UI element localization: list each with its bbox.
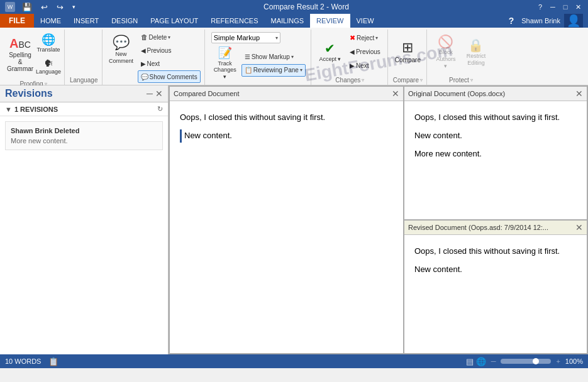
main-area: Revisions ─ ✕ ▼ 1 REVISIONS ↻ Shawn Brin… (0, 85, 588, 354)
translate-button[interactable]: 🌐 Translate (36, 31, 60, 55)
menu-home[interactable]: HOME (34, 14, 67, 28)
word-count: 10 WORDS (5, 357, 41, 365)
zoom-slider[interactable] (501, 359, 551, 364)
spelling-grammar-button[interactable]: ABC Spelling &Grammar (6, 35, 34, 73)
next-icon: ▶ (141, 60, 146, 67)
help-icon[interactable]: ? (505, 16, 518, 26)
title-bar: W 💾 ↩ ↪ ▾ Compare Result 2 - Word ? ─ □ … (0, 0, 588, 14)
menu-view[interactable]: VIEW (350, 14, 380, 28)
status-left: 10 WORDS 📋 (5, 357, 58, 366)
zoom-level: 100% (565, 357, 583, 365)
original-doc-close[interactable]: ✕ (575, 89, 583, 99)
original-doc-header: Original Document (Oops.docx) ✕ (404, 87, 587, 101)
translate-icon: 🌐 (42, 33, 55, 46)
tracking-right: ☰ Show Markup ▾ 📋 Reviewing Pane ▾ (241, 51, 306, 77)
restrict-editing-button[interactable]: 🔒 RestrictEditing (462, 33, 490, 71)
revised-doc-header: Revised Document (Oops.asd: 7/9/2014 12:… (404, 221, 587, 235)
previous-comment-button[interactable]: ◀ Previous (138, 44, 201, 57)
block-authors-label: BlockAuthors ▾ (434, 49, 458, 69)
quick-redo[interactable]: ↪ (55, 2, 65, 13)
compared-line-2: New content. (180, 129, 393, 143)
web-view-icon[interactable]: 🌐 (476, 357, 486, 366)
original-line-3: More new content. (414, 148, 577, 161)
accept-button[interactable]: ✔ Accept ▾ (316, 33, 344, 71)
revisions-minimize-icon[interactable]: ─ (147, 89, 153, 99)
word-icon: W (5, 2, 15, 12)
translate-label: Translate (36, 46, 60, 53)
revision-text: More new content. (11, 137, 157, 145)
revised-line-1: Oops, I closed this without saving it fi… (414, 245, 577, 258)
language-group-label: Language (70, 75, 98, 85)
show-comments-button[interactable]: 💬 Show Comments (138, 70, 201, 83)
prev-change-button[interactable]: ◀ Previous (347, 46, 384, 58)
revised-doc-close[interactable]: ✕ (575, 222, 583, 232)
print-view-icon[interactable]: ▤ (466, 357, 474, 366)
compare-label: Compare ▿ (393, 75, 423, 85)
compared-doc-close[interactable]: ✕ (392, 89, 399, 99)
delete-button[interactable]: 🗑 Delete ▾ (138, 31, 201, 43)
minimize-button[interactable]: ─ (548, 3, 558, 11)
window-title: Compare Result 2 - Word (77, 3, 535, 11)
menu-review[interactable]: REVIEW (310, 14, 350, 28)
track-changes-label: TrackChanges ▾ (213, 60, 237, 80)
changes-expand[interactable]: ▿ (362, 77, 364, 83)
menu-insert[interactable]: INSERT (67, 14, 105, 28)
track-changes-button[interactable]: 📝 TrackChanges ▾ (211, 45, 239, 82)
user-name: Shawn Brink (521, 17, 560, 25)
revised-doc-content: Oops, I closed this without saving it fi… (404, 235, 587, 353)
docs-area: Compared Document ✕ Oops, I closed this … (169, 85, 588, 354)
accept-label: Accept ▾ (319, 56, 341, 63)
quick-save[interactable]: 💾 (20, 2, 34, 13)
reviewing-pane-button[interactable]: 📋 Reviewing Pane ▾ (241, 64, 306, 77)
compare-label: Compare (395, 57, 421, 64)
revisions-close-icon[interactable]: ✕ (155, 89, 163, 99)
menu-pagelayout[interactable]: PAGE LAYOUT (144, 14, 204, 28)
compared-doc-content: Oops, I closed this without saving it fi… (170, 101, 403, 353)
restrict-editing-icon: 🔒 (468, 38, 484, 53)
tracking-inner: Simple Markup ▾ 📝 TrackChanges ▾ ☰ Show … (210, 31, 307, 84)
revisions-panel: Revisions ─ ✕ ▼ 1 REVISIONS ↻ Shawn Brin… (0, 85, 169, 354)
close-button[interactable]: ✕ (573, 3, 583, 11)
revisions-collapse-icon[interactable]: ▼ (5, 106, 12, 113)
show-markup-icon: ☰ (245, 53, 250, 60)
language-button[interactable]: 🗣 Language (36, 56, 60, 77)
menu-design[interactable]: DESIGN (105, 14, 144, 28)
file-menu[interactable]: FILE (0, 14, 34, 28)
compare-icon: ⊞ (402, 40, 413, 56)
revisions-header: Revisions ─ ✕ (0, 85, 168, 102)
reject-button[interactable]: ✖ Reject ▾ (347, 32, 384, 45)
window-controls: ? ─ □ ✕ (535, 3, 583, 11)
quick-undo[interactable]: ↩ (39, 2, 50, 13)
language-content (80, 31, 87, 75)
menu-references[interactable]: REFERENCES (204, 14, 264, 28)
new-comment-button[interactable]: 💬 NewComment (108, 31, 135, 68)
notes-icon[interactable]: 📋 (48, 357, 58, 366)
next-comment-button[interactable]: ▶ Next (138, 57, 201, 70)
markup-dropdown-arrow: ▾ (291, 54, 294, 60)
prev-icon: ◀ (141, 47, 146, 54)
block-authors-button[interactable]: 🚫 BlockAuthors ▾ (432, 33, 460, 71)
compare-expand[interactable]: ▿ (420, 77, 423, 83)
reject-arrow: ▾ (375, 35, 378, 41)
zoom-minus[interactable]: ─ (491, 357, 496, 365)
maximize-button[interactable]: □ (560, 3, 570, 11)
zoom-plus[interactable]: + (556, 357, 560, 365)
quick-dropdown[interactable]: ▾ (70, 3, 77, 11)
status-bar: 10 WORDS 📋 ▤ 🌐 ─ + 100% (0, 354, 588, 368)
next-change-button[interactable]: ▶ Next (347, 60, 384, 72)
revisions-refresh-icon[interactable]: ↻ (157, 105, 163, 113)
help-button[interactable]: ? (535, 3, 545, 11)
original-line-2: New content. (414, 129, 577, 143)
compare-button[interactable]: ⊞ Compare (394, 33, 421, 71)
ribbon-group-language: Language (66, 30, 103, 85)
show-markup-button[interactable]: ☰ Show Markup ▾ (241, 51, 306, 63)
reviewing-pane-icon: 📋 (245, 67, 252, 74)
compared-doc-header: Compared Document ✕ (170, 87, 403, 101)
menu-mailings[interactable]: MAILINGS (265, 14, 311, 28)
show-comments-icon: 💬 (141, 74, 148, 80)
simple-markup-dropdown[interactable]: Simple Markup ▾ (211, 32, 280, 43)
revisions-count-row: ▼ 1 REVISIONS ↻ (0, 102, 168, 116)
protect-expand[interactable]: ▿ (470, 77, 473, 83)
ribbon-group-changes: ✔ Accept ▾ ✖ Reject ▾ ◀ Previous ▶ Next (313, 30, 388, 85)
reject-icon: ✖ (350, 34, 355, 42)
